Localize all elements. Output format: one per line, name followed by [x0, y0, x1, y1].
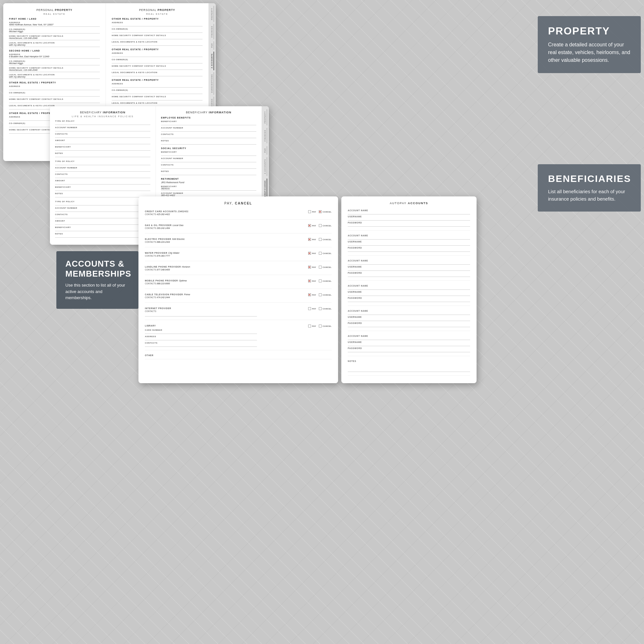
- pay-checkbox-internet[interactable]: PAY: [308, 307, 316, 310]
- bene-tab-per[interactable]: PER: [263, 146, 267, 155]
- second-home-title: SECOND HOME / LAND: [9, 50, 100, 52]
- autopay-card: AUTOPAY ACCOUNTS ACCOUNT NAME USERNAME P…: [341, 196, 477, 383]
- other-real-estate-1: OTHER REAL ESTATE / PROPERTY: [9, 81, 100, 84]
- pay-row-library: LIBRARY PAY CANCEL CARD NUMBER ADDRESS C…: [145, 324, 332, 350]
- first-home-title: FIRST HOME / LAND: [9, 18, 100, 20]
- pay-checkbox-library[interactable]: PAY: [308, 325, 316, 327]
- pay-row-gas: GAS & OIL PROVIDER Local Gas ✕ PAY CANCE…: [145, 223, 332, 233]
- pay-checkbox-mobile[interactable]: ✕ PAY: [308, 279, 316, 282]
- pay-row-credit-card: CREDIT CARD ACCOUNTS 23402431 PAY ✕ CANC…: [145, 210, 332, 220]
- autopay-group-3: ACCOUNT NAME USERNAME PASSWORD: [348, 260, 470, 281]
- pay-row-other: OTHER: [145, 354, 332, 359]
- bene-tab-accounts[interactable]: A ACCOUNTS: [263, 157, 267, 176]
- bene-info-box: BENEFICIARIES List all beneficiaries for…: [538, 164, 641, 212]
- tab-finances[interactable]: FINANCES: [210, 24, 214, 39]
- cancel-checkbox-mobile[interactable]: CANCEL: [319, 279, 332, 282]
- property-info-desc: Create a detailed account of your real e…: [548, 41, 630, 64]
- cancel-checkbox-cable[interactable]: CANCEL: [319, 293, 332, 296]
- pay-row-mobile: MOBILE PHONE PROVIDER Optima ✕ PAY CANCE…: [145, 279, 332, 289]
- bene-info-desc: List all beneficiaries for each of your …: [548, 188, 630, 203]
- pay-checkbox-electric[interactable]: ✕ PAY: [308, 238, 316, 241]
- accounts-info-box: ACCOUNTS &MEMBERSHIPS Use this section t…: [56, 251, 138, 309]
- pay-checkbox-water[interactable]: ✕ PAY: [308, 252, 316, 255]
- pay-cancel-title: PAY, CANCEL: [145, 202, 332, 205]
- autopay-group-6: ACCOUNT NAME USERNAME PASSWORD: [348, 335, 470, 356]
- property-info-box: PROPERTY Create a detailed account of yo…: [538, 16, 641, 73]
- cancel-checkbox-gas[interactable]: CANCEL: [319, 224, 332, 227]
- property-section-title-1: REAL ESTATE: [9, 13, 100, 15]
- pay-row-electric: ELECTRIC PROVIDER NW Electric ✕ PAY CANC…: [145, 237, 332, 247]
- pay-row-landline: LANDLINE PHONE PROVIDER Horizon ✕ PAY CA…: [145, 265, 332, 275]
- pay-cancel-card: PAY, CANCEL CREDIT CARD ACCOUNTS 2340243…: [138, 196, 338, 383]
- autopay-group-1: ACCOUNT NAME USERNAME PASSWORD: [348, 209, 470, 231]
- pay-row-water: WATER PROVIDER City Water ✕ PAY CANCEL C…: [145, 251, 332, 261]
- accounts-info-title: ACCOUNTS &MEMBERSHIPS: [65, 259, 129, 279]
- autopay-group-5: ACCOUNT NAME USERNAME PASSWORD: [348, 310, 470, 331]
- bene-info-title: BENEFICIARIES: [548, 173, 630, 184]
- pay-row-cable: CABLE TELEVISION PROVIDER Prime ✕ PAY CA…: [145, 293, 332, 303]
- autopay-group-4: ACCOUNT NAME USERNAME PASSWORD: [348, 285, 470, 306]
- cancel-checkbox-electric[interactable]: CANCEL: [319, 238, 332, 241]
- cancel-checkbox-water[interactable]: CANCEL: [319, 252, 332, 255]
- property-page2-title: PERSONAL PROPERTY: [112, 8, 203, 12]
- autopay-notes: NOTES: [348, 360, 470, 376]
- tab-property[interactable]: PROPERTY: [210, 6, 214, 22]
- tab-subscriptions[interactable]: SUBSCRIPTIONS: [210, 72, 214, 95]
- pay-row-internet: INTERNET PROVIDER PAY CANCEL CONTACTS: [145, 307, 332, 320]
- autopay-group-2: ACCOUNT NAME USERNAME PASSWORD: [348, 234, 470, 256]
- pay-checkbox-cc[interactable]: PAY: [308, 210, 316, 213]
- cancel-checkbox-internet[interactable]: CANCEL: [319, 307, 332, 310]
- property-page1-title: PERSONAL PROPERTY: [9, 8, 100, 12]
- pay-checkbox-landline[interactable]: ✕ PAY: [308, 266, 316, 269]
- pay-checkbox-gas[interactable]: ✕ PAY: [308, 224, 316, 227]
- pay-checkbox-cable[interactable]: ✕ PAY: [308, 293, 316, 296]
- cancel-checkbox-cc[interactable]: ✕ CANCEL: [319, 210, 332, 213]
- accounts-info-desc: Use this section to list all of your act…: [65, 282, 129, 301]
- tab-accounts[interactable]: A ACCOUNTS: [210, 52, 214, 70]
- cancel-checkbox-library[interactable]: CANCEL: [319, 325, 332, 327]
- bene-tab-finances[interactable]: FINANCES: [263, 128, 267, 143]
- property-info-title: PROPERTY: [548, 25, 630, 37]
- property-section-title-2: REAL ESTATE: [112, 13, 203, 15]
- tab-per[interactable]: PER: [210, 41, 214, 50]
- cancel-checkbox-landline[interactable]: CANCEL: [319, 266, 332, 269]
- autopay-title: AUTOPAY ACCOUNTS: [348, 202, 470, 205]
- bene-tab-property[interactable]: PROPERTY: [263, 109, 267, 125]
